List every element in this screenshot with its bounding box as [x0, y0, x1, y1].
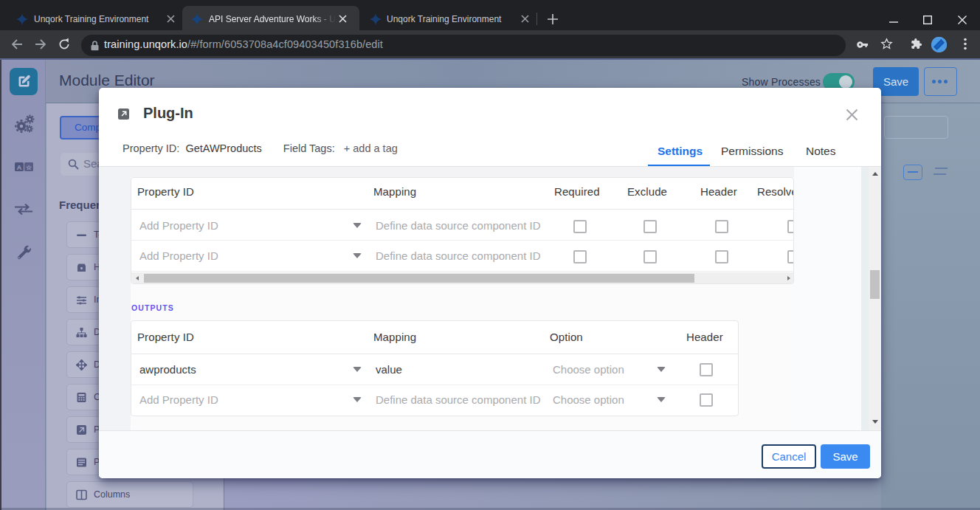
svg-text:A: A [17, 164, 22, 171]
svg-text:☆: ☆ [26, 164, 32, 171]
